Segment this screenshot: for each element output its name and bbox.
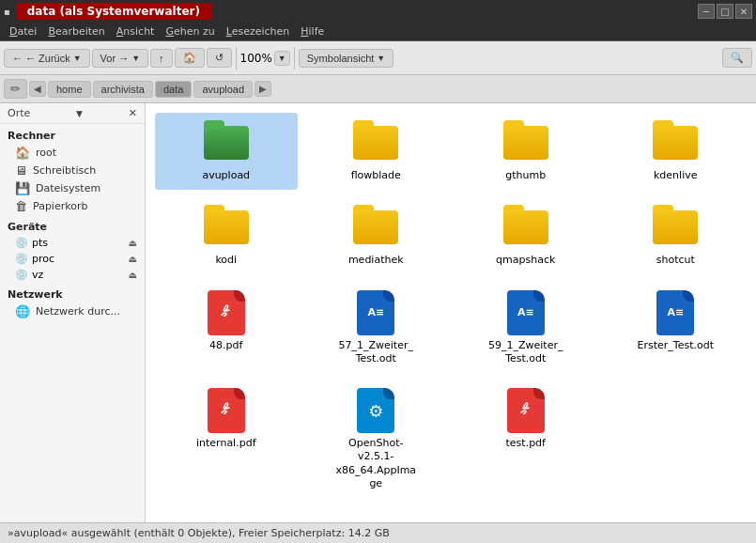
menu-lesezeichen[interactable]: Lesezeichen bbox=[221, 25, 296, 38]
folder-icon-kodi bbox=[204, 205, 249, 250]
minimize-button[interactable]: ─ bbox=[698, 4, 715, 19]
breadcrumb-archivista[interactable]: archivista bbox=[93, 81, 153, 98]
forward-label: Vor bbox=[100, 53, 116, 64]
sidebar-dropdown-icon[interactable]: ▼ bbox=[76, 109, 83, 118]
view-dropdown-icon[interactable]: ▼ bbox=[377, 54, 385, 63]
loc-next-button[interactable]: ▶ bbox=[255, 81, 271, 97]
sidebar-label-vz: vz bbox=[32, 269, 43, 281]
file-item-mediathek[interactable]: mediathek bbox=[305, 197, 448, 274]
window-icon: ▪ bbox=[4, 7, 10, 17]
maximize-button[interactable]: □ bbox=[717, 4, 733, 19]
file-label-gthumb: gthumb bbox=[505, 169, 546, 182]
window-controls[interactable]: ─ □ ✕ bbox=[698, 4, 752, 19]
view-button[interactable]: Symbolansicht ▼ bbox=[299, 49, 393, 68]
odt-icon-57: A≡ bbox=[353, 290, 398, 335]
eject-proc-icon[interactable]: ⏏ bbox=[129, 254, 137, 264]
zoom-dropdown[interactable]: ▼ bbox=[274, 51, 290, 66]
folder-yellow-shape bbox=[503, 120, 548, 162]
zoom-control: 100% ▼ bbox=[240, 51, 290, 66]
folder-yellow-shape bbox=[204, 205, 249, 246]
file-label-48pdf: 48.pdf bbox=[209, 339, 242, 352]
folder-icon-shotcut bbox=[653, 205, 698, 250]
file-label-erster-odt: Erster_Test.odt bbox=[638, 339, 715, 352]
menu-hilfe[interactable]: Hilfe bbox=[295, 25, 330, 38]
breadcrumb-avupload[interactable]: avupload bbox=[193, 81, 253, 98]
file-item-59odt[interactable]: A≡ 59_1_Zweiter_Test.odt bbox=[455, 283, 597, 374]
home-button[interactable]: 🏠 bbox=[175, 48, 205, 68]
pdf-icon-48 bbox=[204, 290, 249, 335]
file-item-erster-odt[interactable]: A≡ Erster_Test.odt bbox=[605, 283, 748, 374]
forward-button[interactable]: Vor → ▼ bbox=[92, 49, 148, 68]
odt-symbol: A≡ bbox=[667, 306, 684, 318]
sidebar-device-proc[interactable]: 💿 proc ⏏ bbox=[0, 251, 145, 267]
folder-icon-mediathek bbox=[353, 205, 398, 250]
sidebar-item-network[interactable]: 🌐 Netzwerk durc... bbox=[0, 303, 145, 320]
menu-bearbeiten[interactable]: Bearbeiten bbox=[42, 25, 110, 38]
up-button[interactable]: ↑ bbox=[150, 49, 173, 68]
menu-gehen[interactable]: Gehen zu bbox=[160, 25, 220, 38]
sidebar-label-papierkorb: Papierkorb bbox=[33, 200, 87, 212]
file-item-openshot[interactable]: ⚙ OpenShot-v2.5.1-x86_64.AppImage bbox=[305, 380, 448, 498]
pdf-symbol bbox=[215, 300, 238, 326]
loc-prev-button[interactable]: ◀ bbox=[29, 81, 46, 97]
file-item-48pdf[interactable]: 48.pdf bbox=[155, 283, 298, 374]
file-label-kdenlive: kdenlive bbox=[654, 169, 697, 182]
sidebar-close-icon[interactable]: ✕ bbox=[129, 107, 137, 119]
file-item-internal-pdf[interactable]: internal.pdf bbox=[155, 380, 298, 498]
file-item-57odt[interactable]: A≡ 57_1_Zweiter_Test.odt bbox=[305, 283, 448, 374]
sidebar-label-dateisystem: Dateisystem bbox=[36, 182, 100, 194]
close-button[interactable]: ✕ bbox=[735, 4, 752, 19]
breadcrumb-data[interactable]: data bbox=[155, 81, 192, 98]
back-dropdown-icon[interactable]: ▼ bbox=[73, 54, 82, 63]
location-bar: ✏ ◀ home archivista data avupload ▶ bbox=[0, 75, 756, 103]
file-label-internal-pdf: internal.pdf bbox=[196, 437, 256, 450]
file-item-kodi[interactable]: kodi bbox=[155, 197, 298, 274]
file-label-kodi: kodi bbox=[215, 254, 237, 267]
device-icon-vz: 💿 bbox=[15, 269, 28, 281]
folder-icon-qmapshack bbox=[503, 205, 548, 250]
up-icon: ↑ bbox=[159, 53, 164, 64]
pdf-symbol bbox=[515, 397, 537, 424]
menu-ansicht[interactable]: Ansicht bbox=[111, 25, 161, 38]
file-label-59odt: 59_1_Zweiter_Test.odt bbox=[488, 339, 563, 366]
toolbar-separator bbox=[236, 47, 237, 70]
file-label-mediathek: mediathek bbox=[348, 254, 404, 267]
sidebar-item-dateisystem[interactable]: 💾 Dateisystem bbox=[0, 179, 145, 197]
device-icon-proc: 💿 bbox=[15, 253, 28, 265]
file-label-test-pdf: test.pdf bbox=[506, 437, 546, 450]
filesystem-icon: 💾 bbox=[15, 181, 30, 195]
menu-bar: Datei Bearbeiten Ansicht Gehen zu Leseze… bbox=[0, 23, 756, 41]
file-grid: avupload flowblade gthumb bbox=[155, 113, 747, 498]
breadcrumb-home[interactable]: home bbox=[48, 81, 91, 98]
sidebar-item-root[interactable]: 🏠 root bbox=[0, 144, 145, 162]
network-icon: 🌐 bbox=[15, 304, 30, 318]
file-label-shotcut: shotcut bbox=[656, 254, 695, 267]
odt-icon-59: A≡ bbox=[503, 290, 548, 335]
device-icon-pts: 💿 bbox=[15, 237, 28, 249]
sidebar-item-schreibtisch[interactable]: 🖥 Schreibtisch bbox=[0, 162, 145, 179]
file-item-gthumb[interactable]: gthumb bbox=[455, 113, 597, 190]
sidebar-label-network: Netzwerk durc... bbox=[36, 305, 120, 318]
file-item-shotcut[interactable]: shotcut bbox=[605, 197, 748, 274]
refresh-button[interactable]: ↺ bbox=[207, 48, 232, 68]
file-item-flowblade[interactable]: flowblade bbox=[305, 113, 448, 190]
file-label-57odt: 57_1_Zweiter_Test.odt bbox=[339, 339, 413, 366]
file-item-qmapshack[interactable]: qmapshack bbox=[455, 197, 597, 274]
file-item-test-pdf[interactable]: test.pdf bbox=[455, 380, 597, 498]
eject-vz-icon[interactable]: ⏏ bbox=[129, 270, 137, 280]
sidebar-item-papierkorb[interactable]: 🗑 Papierkorb bbox=[0, 197, 145, 215]
forward-dropdown-icon[interactable]: ▼ bbox=[131, 54, 140, 63]
eject-pts-icon[interactable]: ⏏ bbox=[129, 238, 137, 248]
sidebar-device-vz[interactable]: 💿 vz ⏏ bbox=[0, 267, 145, 283]
search-button[interactable]: 🔍 bbox=[722, 48, 752, 68]
file-item-avupload[interactable]: avupload bbox=[155, 113, 298, 190]
odt-symbol: A≡ bbox=[367, 306, 384, 318]
sidebar-device-pts[interactable]: 💿 pts ⏏ bbox=[0, 235, 145, 251]
sidebar-label-schreibtisch: Schreibtisch bbox=[33, 164, 96, 177]
folder-icon-kdenlive bbox=[653, 120, 698, 165]
menu-datei[interactable]: Datei bbox=[4, 25, 42, 38]
file-item-kdenlive[interactable]: kdenlive bbox=[605, 113, 748, 190]
folder-yellow-shape bbox=[353, 205, 398, 246]
edit-path-button[interactable]: ✏ bbox=[4, 79, 27, 99]
back-button[interactable]: ← ← Zurück ▼ bbox=[4, 49, 90, 68]
